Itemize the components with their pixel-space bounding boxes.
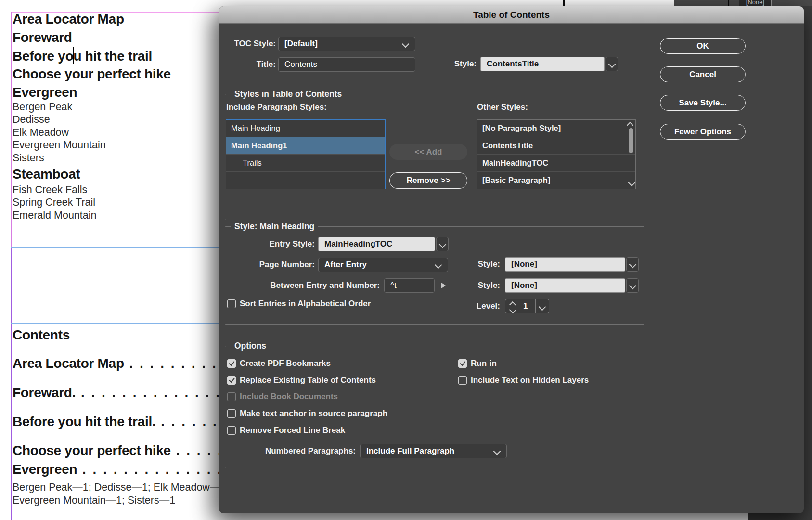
- title-value: Contents: [284, 60, 317, 69]
- list-item[interactable]: Main Heading: [226, 120, 385, 137]
- screen: Area Locator Map Foreward Before you hit…: [0, 0, 812, 520]
- scrollbar[interactable]: [628, 120, 635, 188]
- panel-strip: [None]: [674, 0, 812, 6]
- panel-divider: [728, 0, 729, 6]
- include-styles-list[interactable]: Main Heading Main Heading1 Trails: [226, 119, 386, 189]
- toc-style-dropdown[interactable]: [Default]: [278, 37, 415, 51]
- entry-style-value: MainHeadingTOC: [324, 239, 392, 248]
- text-after-cursor: u hit the trail: [73, 49, 152, 64]
- page-number-style-chevron-button[interactable]: [626, 257, 639, 272]
- numbered-paragraphs-dropdown[interactable]: Include Full Paragraph: [360, 444, 507, 458]
- numbered-paragraphs-value: Include Full Paragraph: [366, 446, 454, 455]
- add-button[interactable]: << Add: [389, 144, 467, 160]
- text-frame-left-edge-lower: [11, 248, 12, 520]
- text-before-cursor: Before yo: [13, 49, 73, 64]
- between-style-chevron-button[interactable]: [626, 278, 639, 293]
- chevron-down-icon: [629, 282, 637, 290]
- fewer-options-button[interactable]: Fewer Options: [660, 124, 746, 140]
- between-style-combo[interactable]: [None]: [505, 278, 625, 293]
- page-number-style-combo[interactable]: [None]: [505, 257, 625, 272]
- toc-runin-line: Bergen Peak—1; Dedisse—1; Elk Meadow—1;: [13, 481, 229, 494]
- numbered-paragraphs-label: Numbered Paragraphs:: [225, 444, 356, 458]
- include-paragraph-styles-label: Include Paragraph Styles:: [226, 100, 371, 115]
- doc-line: Emerald Mountain: [13, 209, 96, 221]
- doc-line: Elk Meadow: [13, 126, 69, 139]
- title-style-chevron-button[interactable]: [606, 57, 618, 71]
- toc-title: Contents: [13, 326, 70, 344]
- title-style-label: Style:: [421, 57, 477, 71]
- replace-existing-toc-checkbox[interactable]: [227, 376, 236, 385]
- doc-line: Evergreen Mountain: [13, 139, 106, 151]
- doc-cursor-artifact: [563, 0, 565, 6]
- doc-line: Fish Creek Falls: [13, 183, 87, 196]
- include-book-documents-label: Include Book Documents: [240, 392, 338, 402]
- remove-forced-line-break-checkbox[interactable]: [227, 426, 236, 435]
- include-book-documents-checkbox: [227, 392, 236, 401]
- between-entry-label: Between Entry and Number:: [225, 278, 380, 293]
- chevron-down-icon: [539, 303, 546, 311]
- toc-entry-label: Choose your perfect hike: [13, 443, 171, 458]
- entry-style-label: Entry Style:: [225, 237, 315, 251]
- remove-forced-line-break-label: Remove Forced Line Break: [240, 426, 345, 435]
- chevron-down-icon: [629, 261, 637, 269]
- sort-entries-checkbox[interactable]: [227, 299, 236, 308]
- create-pdf-bookmarks-label: Create PDF Bookmarks: [240, 359, 331, 368]
- list-item[interactable]: ContentsTitle: [477, 137, 635, 155]
- page-number-value: After Entry: [324, 260, 367, 269]
- other-styles-list[interactable]: [No Paragraph Style] ContentsTitle MainH…: [477, 119, 636, 189]
- chevron-down-icon: [493, 448, 501, 455]
- scroll-up-icon[interactable]: [627, 122, 633, 129]
- cancel-button[interactable]: Cancel: [660, 66, 746, 82]
- scroll-down-icon[interactable]: [628, 179, 636, 187]
- list-item-selected[interactable]: Main Heading1: [226, 137, 385, 155]
- list-item[interactable]: MainHeadingTOC: [477, 155, 635, 172]
- sort-entries-label: Sort Entries in Alphabetical Order: [240, 299, 371, 309]
- scrollbar-thumb[interactable]: [629, 128, 633, 153]
- include-hidden-layers-checkbox[interactable]: [458, 376, 467, 385]
- list-item[interactable]: [No Paragraph Style]: [477, 120, 635, 137]
- list-item-empty[interactable]: [226, 172, 385, 189]
- level-value-field[interactable]: 1: [519, 299, 536, 313]
- level-label: Level:: [444, 299, 500, 313]
- toc-entry-label: Before you hit the trail.: [13, 414, 155, 429]
- style-group-legend: Style: Main Heading: [231, 221, 318, 232]
- entry-style-chevron-button[interactable]: [436, 237, 449, 251]
- replace-existing-toc-label: Replace Existing Table of Contents: [240, 376, 376, 385]
- create-pdf-bookmarks-checkbox[interactable]: [227, 359, 236, 368]
- title-style-combo[interactable]: ContentsTitle: [480, 57, 605, 71]
- stroke-style-dropdown[interactable]: [None]: [739, 0, 772, 7]
- level-stepper[interactable]: [505, 299, 519, 313]
- dialog-titlebar[interactable]: Table of Contents: [219, 6, 804, 24]
- chevron-down-icon: [435, 261, 442, 269]
- doc-heading: Evergreen: [13, 84, 77, 101]
- between-entry-input[interactable]: ^t: [384, 278, 435, 293]
- page-number-style-value: [None]: [511, 260, 537, 269]
- table-of-contents-dialog: Table of Contents TOC Style: [Default] T…: [219, 6, 804, 513]
- save-style-button[interactable]: Save Style...: [660, 95, 746, 111]
- level-dropdown-button[interactable]: [536, 299, 549, 313]
- remove-button[interactable]: Remove >>: [389, 172, 467, 189]
- make-text-anchor-checkbox[interactable]: [227, 409, 236, 418]
- text-frame-left-edge: [11, 12, 12, 248]
- doc-line: Spring Creek Trail: [13, 196, 95, 208]
- run-in-checkbox[interactable]: [458, 359, 467, 368]
- title-input[interactable]: Contents: [278, 57, 415, 72]
- between-style-label: Style:: [444, 278, 500, 293]
- ok-button[interactable]: OK: [660, 38, 746, 54]
- doc-heading-with-cursor: Before you hit the trail: [13, 47, 152, 65]
- doc-heading: Area Locator Map: [13, 11, 124, 28]
- stepper-down-icon[interactable]: [509, 306, 517, 314]
- list-item[interactable]: [Basic Paragraph]: [477, 172, 635, 189]
- chevron-down-icon: [439, 241, 447, 248]
- between-style-value: [None]: [511, 281, 537, 290]
- list-item[interactable]: Trails: [226, 155, 385, 172]
- frame-divider-guide: [11, 323, 219, 324]
- toc-runin-line: Evergreen Mountain—1; Sisters—1: [13, 494, 175, 507]
- page-number-dropdown[interactable]: After Entry: [318, 258, 448, 272]
- run-in-label: Run-in: [471, 359, 497, 368]
- chevron-down-icon: [608, 61, 616, 68]
- entry-style-combo[interactable]: MainHeadingTOC: [318, 237, 435, 251]
- doc-heading: Steamboat: [13, 166, 80, 183]
- styles-group: Styles in Table of Contents Include Para…: [225, 94, 644, 220]
- level-control[interactable]: 1: [505, 299, 549, 313]
